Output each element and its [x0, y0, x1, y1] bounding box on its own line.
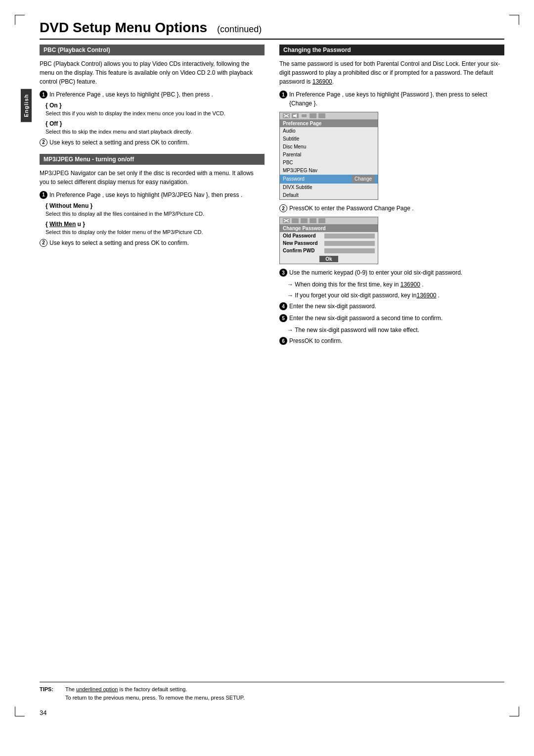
- pwd-arrow2: If you forget your old six-digit passwor…: [287, 291, 504, 300]
- pwd-icon-speaker: [292, 218, 299, 223]
- pwd-icon-film: [301, 218, 308, 223]
- mp3-step1-circle: 1: [40, 191, 47, 199]
- pwd-step3-text: Use the numeric keypad (0-9) to enter yo…: [289, 268, 462, 277]
- mp3-without-menu-label: { Without Menu }: [45, 202, 265, 209]
- mp3-body: MP3/JPEG Navigator can be set only if th…: [40, 169, 265, 187]
- left-column: PBC (Playback Control) PBC (Playback Con…: [40, 45, 265, 352]
- pwd-confirm-input: [324, 248, 375, 253]
- pbc-on-label: { On }: [45, 102, 265, 109]
- pwd-old-input: [324, 234, 375, 238]
- svg-rect-8: [318, 113, 325, 118]
- pwd-old-label: Old Password: [283, 233, 322, 238]
- pwd-step2: 2 PressOK to enter the Password Change P…: [279, 204, 504, 213]
- pwd-arrow3: The new six-digit password will now take…: [287, 326, 504, 334]
- screen-row-password: Password Change: [280, 175, 378, 184]
- tips-text1: The underlined option is the factory def…: [65, 685, 187, 694]
- right-column: Changing the Password The same password …: [279, 45, 504, 352]
- mp3-step2-circle: 2: [40, 239, 47, 247]
- password-header: Changing the Password: [279, 45, 504, 55]
- tips-row1: TIPS: The underlined option is the facto…: [40, 685, 504, 694]
- pwd-step6-circle: 6: [279, 337, 287, 345]
- screen-icon-grid: [310, 113, 316, 118]
- screen-icon-x: [283, 113, 290, 118]
- pwd-step3: 3 Use the numeric keypad (0-9) to enter …: [279, 268, 504, 277]
- pwd-step1-circle: 1: [279, 91, 287, 98]
- pwd-step5-circle: 5: [279, 314, 287, 322]
- page-number: 34: [40, 709, 46, 716]
- mp3-step2: 2 Use keys to select a setting and press…: [40, 238, 265, 247]
- screen-row-default: Default: [280, 191, 378, 199]
- preference-screen-mockup: Preference Page Audio Subtitle Disc Menu…: [279, 112, 378, 200]
- screen-icon-speaker: [292, 113, 299, 118]
- mp3-step1-text: In Preference Page , use keys to highlig…: [49, 190, 242, 199]
- pwd-step5-text: Enter the new six-digit password a secon…: [289, 314, 443, 323]
- svg-rect-15: [318, 218, 325, 223]
- pbc-on-desc: Select this if you wish to display the i…: [45, 110, 265, 117]
- pwd-step2-text: PressOK to enter the Password Change Pag…: [289, 204, 413, 213]
- screen-change-btn: Change: [352, 175, 375, 183]
- svg-rect-14: [310, 218, 316, 223]
- screen-title-bar: [280, 112, 378, 120]
- pwd-step6: 6 PressOK to confirm.: [279, 336, 504, 345]
- tips-label: TIPS:: [40, 685, 59, 694]
- pwd-ok-btn: Ok: [319, 256, 338, 262]
- default-password: 136900: [312, 78, 332, 85]
- screen-icon-film: [301, 113, 308, 118]
- pwd-step4-text: Enter the new six-digit password.: [289, 302, 376, 311]
- pwd-screen-title-bar: [280, 217, 378, 225]
- page-continued: (continued): [217, 24, 262, 35]
- screen-row-mp3nav: MP3/JPEG Nav: [280, 167, 378, 175]
- tips-row2: To return to the previous menu, press. T…: [40, 694, 504, 702]
- tips-text2: To return to the previous menu, press. T…: [65, 694, 245, 702]
- pwd-step3-circle: 3: [279, 269, 287, 277]
- pbc-off-desc: Select this to skip the index menu and s…: [45, 128, 265, 136]
- mp3-section: MP3/JPEG Menu - turning on/off MP3/JPEG …: [40, 154, 265, 247]
- screen-row-audio: Audio: [280, 127, 378, 135]
- svg-rect-12: [292, 218, 299, 223]
- pbc-step1: 1 In Preference Page , use keys to highl…: [40, 90, 265, 99]
- step2-circle: 2: [40, 139, 47, 146]
- screen-row-subtitle: Subtitle: [280, 135, 378, 143]
- page-title: DVD Setup Menu Options: [40, 20, 207, 36]
- pwd-step4-circle: 4: [279, 302, 287, 310]
- pbc-step1-text: In Preference Page , use keys to highlig…: [49, 90, 213, 99]
- pwd-confirm-row: Confirm PWD: [280, 247, 378, 254]
- step1-circle: 1: [40, 91, 47, 98]
- pwd-icon-arrow: [318, 218, 325, 223]
- pwd-step2-circle: 2: [279, 204, 287, 212]
- screen-row-pbc: PBC: [280, 159, 378, 167]
- tips-section: TIPS: The underlined option is the facto…: [40, 682, 504, 702]
- pbc-step2: 2 Use keys to select a setting and press…: [40, 138, 265, 147]
- mp3-step1: 1 In Preference Page , use keys to highl…: [40, 190, 265, 199]
- svg-rect-7: [310, 113, 316, 118]
- screen-section-label: Preference Page: [280, 120, 378, 127]
- screen-icon-arrow: [318, 113, 325, 118]
- pwd-screen-title: Change Password: [280, 225, 378, 232]
- pbc-off-label: { Off }: [45, 120, 265, 127]
- page-title-bar: DVD Setup Menu Options (continued): [40, 20, 504, 40]
- pwd-ok-row: Ok: [280, 254, 378, 264]
- pwd-confirm-label: Confirm PWD: [283, 248, 322, 253]
- pwd-step1: 1 In Preference Page , use keys to highl…: [279, 90, 504, 108]
- pwd-step5: 5 Enter the new six-digit password a sec…: [279, 314, 504, 323]
- pwd-new-input: [324, 241, 375, 246]
- password-body: The same password is used for both Paren…: [279, 59, 504, 86]
- pwd-step1-text: In Preference Page , use keys to highlig…: [289, 90, 504, 108]
- screen-row-discmenu: Disc Menu: [280, 143, 378, 151]
- svg-rect-13: [301, 218, 308, 223]
- mp3-with-menu-underline: With Men: [49, 221, 76, 228]
- pwd-old-row: Old Password: [280, 232, 378, 239]
- tips-spacer: [40, 694, 59, 702]
- change-password-screen: Change Password Old Password New Passwor…: [279, 217, 378, 264]
- content-columns: PBC (Playback Control) PBC (Playback Con…: [40, 45, 504, 352]
- pwd-icon-grid: [310, 218, 316, 223]
- pbc-section: PBC (Playback Control) PBC (Playback Con…: [40, 45, 265, 147]
- pbc-step2-text: Use keys to select a setting and press O…: [49, 138, 189, 147]
- pwd-step4: 4 Enter the new six-digit password.: [279, 302, 504, 311]
- pbc-body: PBC (Playback Control) allows you to pla…: [40, 59, 265, 86]
- pbc-header: PBC (Playback Control): [40, 45, 265, 55]
- mp3-header: MP3/JPEG Menu - turning on/off: [40, 154, 265, 165]
- password-section: Changing the Password The same password …: [279, 45, 504, 345]
- screen-body: Audio Subtitle Disc Menu Parental PBC MP…: [280, 127, 378, 199]
- pwd-arrow1: When doing this for the first time, key …: [287, 280, 504, 289]
